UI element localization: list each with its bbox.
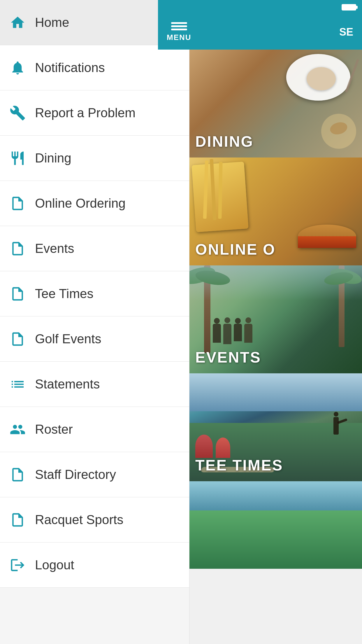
sidebar-label-online-ordering: Online Ordering [35, 196, 126, 211]
sidebar-item-dining[interactable]: Dining [0, 136, 189, 181]
sidebar-label-golf-events: Golf Events [35, 332, 101, 346]
sidebar-item-tee-times[interactable]: Tee Times [0, 271, 189, 316]
tile-teetimes-label: TEE TIMES [195, 456, 283, 474]
exit-icon [9, 556, 26, 574]
document-icon-staff [9, 466, 26, 483]
header-bar: MENU SE [158, 15, 362, 50]
flower1 [195, 435, 213, 458]
golf-sky [189, 481, 362, 510]
tile-tee-times[interactable]: TEE TIMES [189, 373, 362, 481]
green [189, 510, 362, 569]
tile-events-label: EVENTS [195, 349, 261, 366]
sidebar-label-logout: Logout [35, 558, 74, 572]
golf-background [189, 481, 362, 569]
home-icon [9, 14, 26, 31]
menu-label: MENU [167, 33, 191, 42]
search-label: SE [339, 26, 353, 38]
sidebar-item-notifications[interactable]: Notifications [0, 45, 189, 90]
document-icon-golf [9, 330, 26, 348]
tile-events[interactable]: EVENTS [189, 265, 362, 373]
sidebar-item-roster[interactable]: Roster [0, 407, 189, 452]
bell-icon [9, 59, 26, 76]
sidebar-label-tee-times: Tee Times [35, 286, 94, 301]
golfer-body [333, 417, 339, 435]
document-icon-tee [9, 285, 26, 302]
tile-online-ordering[interactable]: ONLINE O [189, 158, 362, 265]
sidebar-item-logout[interactable]: Logout [0, 542, 189, 588]
right-panel: DINING ONLINE O [189, 50, 362, 644]
patty-decoration [298, 236, 356, 248]
sidebar: Home Notifications Report a Problem Dini… [0, 0, 189, 644]
sidebar-item-statements[interactable]: Statements [0, 362, 189, 407]
utensils-icon [9, 149, 26, 167]
ocean [189, 373, 362, 411]
food-decoration [307, 67, 336, 90]
sidebar-item-events[interactable]: Events [0, 226, 189, 271]
sidebar-label-report-problem: Report a Problem [35, 106, 136, 120]
sidebar-item-report-problem[interactable]: Report a Problem [0, 90, 189, 136]
sidebar-label-racquet-sports: Racquet Sports [35, 512, 123, 527]
sidebar-label-statements: Statements [35, 377, 100, 391]
sidebar-item-online-ordering[interactable]: Online Ordering [0, 181, 189, 226]
document-icon-racquet [9, 511, 26, 528]
document-icon-online [9, 195, 26, 212]
sidebar-label-events: Events [35, 241, 74, 256]
sidebar-label-home: Home [35, 15, 69, 30]
tile-dining[interactable]: DINING [189, 50, 362, 158]
sidebar-item-staff-directory[interactable]: Staff Directory [0, 452, 189, 497]
people-group [213, 324, 252, 344]
person-icon [9, 421, 26, 438]
sidebar-item-golf-events[interactable]: Golf Events [0, 316, 189, 362]
list-icon [9, 375, 26, 393]
menu-button[interactable]: MENU [167, 22, 191, 42]
tile-online-label: ONLINE O [195, 241, 275, 258]
sidebar-label-dining: Dining [35, 151, 71, 165]
battery-icon [342, 4, 356, 10]
wrench-icon [9, 104, 26, 122]
tile-dining-label: DINING [195, 133, 254, 150]
document-icon-events [9, 240, 26, 257]
sidebar-item-racquet-sports[interactable]: Racquet Sports [0, 497, 189, 542]
sky [189, 265, 362, 300]
sauce-decoration [329, 120, 349, 136]
tile-golf-events-partial[interactable] [189, 481, 362, 569]
sidebar-label-roster: Roster [35, 422, 73, 437]
sidebar-label-staff-directory: Staff Directory [35, 467, 116, 482]
status-bar [158, 0, 362, 15]
flower2 [216, 438, 230, 458]
sidebar-label-notifications: Notifications [35, 60, 105, 75]
